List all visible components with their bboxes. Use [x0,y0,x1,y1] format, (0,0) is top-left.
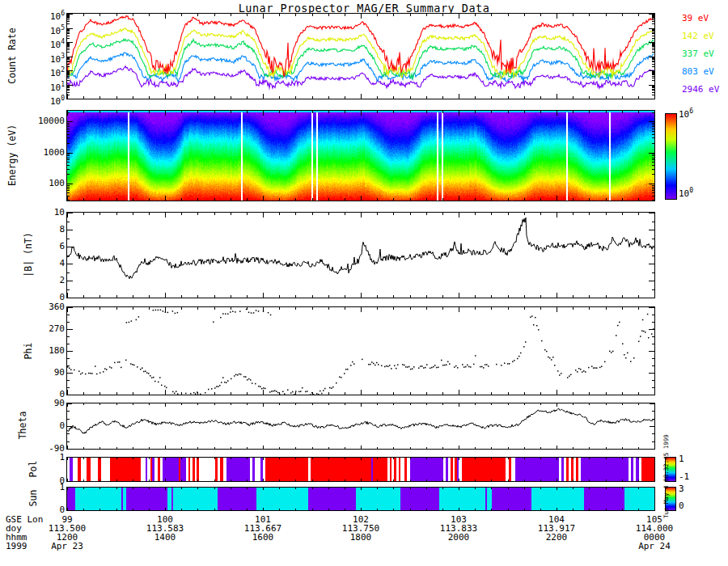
theta-ytick: 90 [1,398,65,408]
panel-sun [66,487,655,511]
pol-ytick: 1 [1,452,65,463]
count-rate-ytick: 106 [1,8,65,19]
legend-item-142-ev: 142 eV [682,31,714,41]
xaxis-value-hhmm: 2000 [448,532,470,543]
panel-energy-spectrogram [66,110,655,201]
energy-ytick: 10000 [1,116,65,126]
legend-item-337-ev: 337 eV [682,49,714,59]
panel-count-rate [66,13,655,99]
pol-colorbar-max-label: 1 [679,454,684,464]
xaxis-value-hhmm: 1800 [350,532,372,543]
b-ytick: 6 [1,241,65,251]
energy-ytick: 1000 [1,147,65,158]
panel-theta [66,403,655,450]
spectrogram-colorbar [665,113,677,200]
legend-item-39-ev: 39 eV [682,13,709,23]
lunar-prospector-summary-figure: Lunar Prospector MAG/ER Summary Data Cou… [0,0,728,566]
phi-ytick: 90 [1,367,65,378]
phi-ytick: 360 [1,302,65,312]
count-rate-ytick: 104 [1,36,65,47]
energy-ytick: 100 [1,178,65,188]
b-ytick: 10 [1,207,65,218]
sun-ytick: 0 [1,505,65,515]
count-rate-ytick: 103 [1,51,65,61]
energy-spectrogram-plot [67,111,654,201]
count-rate-ytick: 100 [1,93,65,103]
sun-ytick: 1 [1,482,65,492]
spectrogram-colorbar-min-label: 100 [679,187,693,199]
xaxis-value-hhmm: 1400 [154,532,176,543]
b-ytick: 2 [1,275,65,285]
xaxis-value-1999: Apr 23 [51,541,83,551]
count-rate-ytick: 101 [1,79,65,90]
sun-colorbar-min-label: 0 [679,501,684,511]
theta-plot [67,403,654,449]
pol-colorbar-min-label: -1 [679,471,689,482]
ylabel-b: |B| (nT) [23,232,34,277]
b-ytick: 8 [1,224,65,234]
panel-pol [66,457,655,482]
plot-timestamp: Tue May 4 08:32:45 1999 [662,447,670,518]
b-ytick: 4 [1,258,65,268]
spectrogram-colorbar-max-label: 106 [679,108,693,120]
phi-ytick: 270 [1,323,65,334]
count-rate-plot [67,14,654,99]
b-magnitude-plot [67,213,654,298]
panel-b-magnitude [66,212,655,298]
xaxis-value-1999: Apr 24 [638,541,671,551]
phi-plot [67,307,654,395]
sun-colorbar-max-label: 3 [679,484,684,494]
theta-ytick: 0 [1,420,65,431]
count-rate-ytick: 105 [1,23,65,33]
count-rate-ytick: 102 [1,65,65,75]
sun-bar [67,488,654,510]
xaxis-value-hhmm: 2200 [546,532,568,543]
xaxis-row-label-year: 1999 [6,541,28,551]
legend-item-803-ev: 803 eV [682,66,714,77]
pol-bar [67,458,654,481]
phi-ytick: 180 [1,345,65,356]
panel-phi [66,306,655,395]
legend-item-2946-ev: 2946 eV [682,84,719,95]
xaxis-value-hhmm: 1600 [252,532,274,543]
